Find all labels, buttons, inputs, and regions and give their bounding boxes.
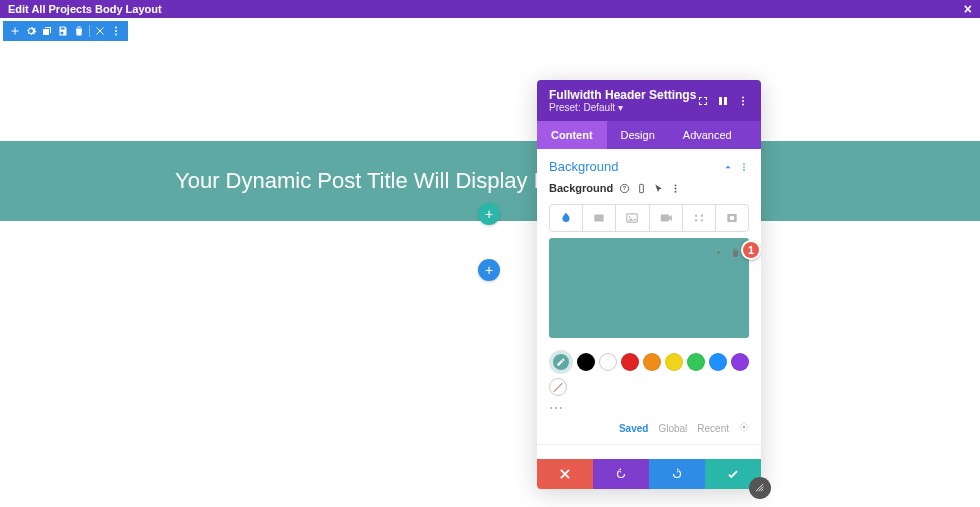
- svg-point-23: [695, 219, 697, 221]
- collapse-icon[interactable]: [723, 162, 733, 172]
- snap-icon[interactable]: [717, 95, 729, 107]
- swatch-red[interactable]: [621, 353, 639, 371]
- eyedropper-swatch[interactable]: [549, 350, 573, 374]
- top-bar: Edit All Projects Body Layout ×: [0, 0, 980, 18]
- field-more-icon[interactable]: [670, 183, 681, 194]
- svg-point-10: [743, 169, 745, 171]
- tab-content[interactable]: Content: [537, 121, 607, 149]
- settings-panel: Fullwidth Header Settings Preset: Defaul…: [537, 80, 761, 489]
- bg-tab-color[interactable]: [550, 205, 583, 231]
- background-section-header[interactable]: Background: [537, 149, 761, 178]
- close-icon[interactable]: ×: [964, 2, 972, 16]
- svg-point-9: [743, 166, 745, 168]
- svg-rect-13: [640, 184, 644, 192]
- swatch-none[interactable]: [549, 378, 567, 396]
- swatch-more-icon[interactable]: ⋯: [537, 400, 761, 422]
- gear-icon[interactable]: [23, 23, 39, 39]
- more-icon[interactable]: [108, 23, 124, 39]
- filter-gear-icon[interactable]: [739, 422, 749, 434]
- expand-icon[interactable]: [697, 95, 709, 107]
- filter-recent[interactable]: Recent: [697, 423, 729, 434]
- canvas: + + Your Dynamic Post Title Will Display…: [0, 141, 980, 221]
- background-section-title: Background: [549, 159, 618, 174]
- toolbar-divider: [89, 25, 90, 37]
- svg-point-27: [717, 251, 720, 254]
- phone-icon[interactable]: [636, 183, 647, 194]
- swatch-orange[interactable]: [643, 353, 661, 371]
- svg-point-21: [695, 215, 697, 217]
- svg-point-5: [742, 96, 744, 98]
- svg-point-15: [675, 187, 677, 189]
- preview-trash-icon[interactable]: [730, 244, 741, 262]
- palette-filter: Saved Global Recent: [537, 422, 761, 444]
- svg-point-0: [115, 27, 117, 29]
- section-more-icon[interactable]: [739, 162, 749, 172]
- tab-design[interactable]: Design: [607, 121, 669, 149]
- redo-button[interactable]: [649, 459, 705, 489]
- svg-text:?: ?: [623, 185, 627, 191]
- panel-tabs: Content Design Advanced: [537, 121, 761, 149]
- panel-body: Background Background ?: [537, 149, 761, 459]
- background-type-tabs: [549, 204, 749, 232]
- tab-advanced[interactable]: Advanced: [669, 121, 746, 149]
- admin-label-title: Admin Label: [549, 457, 621, 459]
- preset-dropdown[interactable]: Preset: Default ▾: [549, 102, 696, 113]
- add-section-button[interactable]: +: [478, 203, 500, 225]
- svg-point-16: [675, 190, 677, 192]
- panel-footer: [537, 459, 761, 489]
- svg-point-8: [743, 163, 745, 165]
- callout-badge: 1: [741, 240, 761, 260]
- svg-point-7: [742, 103, 744, 105]
- bg-tab-mask[interactable]: [716, 205, 748, 231]
- filter-saved[interactable]: Saved: [619, 423, 648, 434]
- svg-rect-3: [719, 97, 722, 105]
- undo-button[interactable]: [593, 459, 649, 489]
- panel-header[interactable]: Fullwidth Header Settings Preset: Defaul…: [537, 80, 761, 121]
- color-swatches: [537, 342, 761, 400]
- background-label-row: Background ?: [537, 178, 761, 198]
- top-bar-title: Edit All Projects Body Layout: [8, 3, 162, 15]
- preview-gear-icon[interactable]: [713, 244, 724, 262]
- swatch-purple[interactable]: [731, 353, 749, 371]
- svg-rect-20: [660, 215, 668, 222]
- exit-icon[interactable]: [92, 23, 108, 39]
- swatch-blue[interactable]: [709, 353, 727, 371]
- svg-point-22: [701, 215, 703, 217]
- panel-title: Fullwidth Header Settings: [549, 88, 696, 102]
- hover-icon[interactable]: [653, 183, 664, 194]
- color-preview[interactable]: 1: [549, 238, 749, 338]
- hero-title: Your Dynamic Post Title Will Display Her…: [175, 168, 581, 194]
- svg-point-28: [743, 426, 746, 429]
- svg-point-2: [115, 34, 117, 36]
- admin-label-section[interactable]: Admin Label: [537, 444, 761, 459]
- bg-tab-gradient[interactable]: [583, 205, 616, 231]
- svg-point-14: [675, 184, 677, 186]
- svg-point-26: [730, 216, 735, 221]
- bg-tab-image[interactable]: [616, 205, 649, 231]
- background-label: Background: [549, 182, 613, 194]
- panel-more-icon[interactable]: [737, 95, 749, 107]
- swatch-white[interactable]: [599, 353, 617, 371]
- section-toolbar: [3, 21, 128, 41]
- duplicate-icon[interactable]: [39, 23, 55, 39]
- svg-rect-4: [724, 97, 727, 105]
- svg-point-19: [629, 216, 631, 218]
- swatch-black[interactable]: [577, 353, 595, 371]
- svg-point-24: [701, 219, 703, 221]
- swatch-yellow[interactable]: [665, 353, 683, 371]
- bg-tab-pattern[interactable]: [683, 205, 716, 231]
- filter-global[interactable]: Global: [658, 423, 687, 434]
- swatch-green[interactable]: [687, 353, 705, 371]
- trash-icon[interactable]: [71, 23, 87, 39]
- svg-point-1: [115, 30, 117, 32]
- resize-handle[interactable]: [749, 477, 771, 499]
- add-icon[interactable]: [7, 23, 23, 39]
- save-icon[interactable]: [55, 23, 71, 39]
- svg-point-6: [742, 100, 744, 102]
- bg-tab-video[interactable]: [650, 205, 683, 231]
- help-icon[interactable]: ?: [619, 183, 630, 194]
- add-row-button[interactable]: +: [478, 259, 500, 281]
- svg-rect-17: [595, 215, 604, 222]
- cancel-button[interactable]: [537, 459, 593, 489]
